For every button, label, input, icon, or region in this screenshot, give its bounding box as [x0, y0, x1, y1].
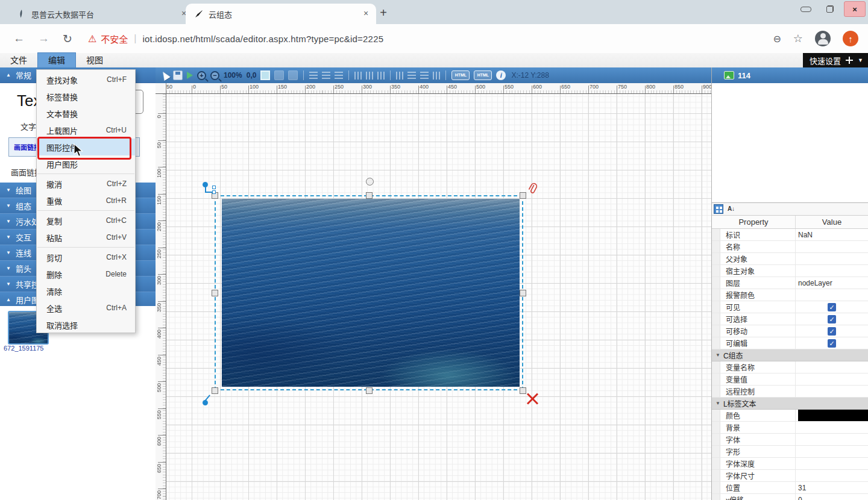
run-icon[interactable] [187, 72, 193, 79]
property-value[interactable]: 31 [796, 482, 868, 493]
menu-item[interactable]: 清除 [37, 283, 135, 299]
property-row[interactable]: 位置31 [712, 482, 868, 494]
property-row[interactable]: 名称 [712, 241, 868, 253]
canvas-settings-icon[interactable] [260, 70, 270, 80]
property-value[interactable] [796, 361, 868, 373]
save-icon[interactable] [173, 70, 183, 80]
browser-update-button[interactable]: ↑ [843, 31, 858, 46]
select-cursor-icon[interactable] [160, 70, 171, 81]
align-top-icon[interactable] [354, 72, 362, 80]
resize-handle-e[interactable] [520, 290, 526, 296]
property-row[interactable]: 可选择✓ [712, 313, 868, 325]
menu-edit[interactable]: 编辑 [37, 52, 76, 68]
property-value[interactable] [796, 386, 868, 397]
property-row[interactable]: 图层nodeLayer [712, 277, 868, 289]
anchor-pin-icon[interactable] [203, 400, 208, 405]
checkbox-checked-icon[interactable]: ✓ [828, 315, 836, 323]
property-section[interactable]: ▼C组态 [712, 349, 868, 361]
delete-node-icon[interactable] [526, 392, 539, 405]
url-text[interactable]: iot.idosp.net/html/scada/editor.aspx.htm… [142, 34, 383, 44]
property-row[interactable]: 可移动✓ [712, 325, 868, 337]
property-value[interactable] [796, 434, 868, 445]
close-window-button[interactable]: × [844, 1, 866, 17]
menu-item[interactable]: 标签替换 [37, 88, 135, 105]
close-tab-icon[interactable]: × [360, 8, 371, 19]
property-value[interactable] [796, 241, 868, 252]
property-value[interactable] [796, 373, 868, 385]
property-row[interactable]: 可见✓ [712, 301, 868, 313]
resize-handle-w[interactable] [212, 290, 218, 296]
property-row[interactable]: 报警颜色 [712, 289, 868, 301]
property-row[interactable]: 字体深度 [712, 458, 868, 470]
anchor-point[interactable] [212, 186, 216, 189]
property-value[interactable] [796, 470, 868, 481]
reload-icon[interactable]: ↻ [63, 32, 72, 46]
rotate-handle[interactable] [366, 178, 374, 186]
new-tab-button[interactable]: + [375, 5, 392, 22]
html-preview-icon[interactable]: HTML [474, 70, 492, 80]
property-value[interactable]: NaN [796, 229, 868, 240]
align-left-icon[interactable] [309, 72, 318, 79]
restore-button[interactable] [820, 2, 840, 16]
same-width-icon[interactable] [396, 72, 403, 80]
resize-handle-sw[interactable] [212, 387, 218, 394]
checkbox-checked-icon[interactable]: ✓ [828, 303, 836, 311]
property-value[interactable]: ✓ [796, 313, 868, 325]
page-zoom-icon[interactable]: ⊖ [773, 33, 781, 45]
property-section[interactable]: ▼L标签文本 [712, 398, 868, 410]
property-row[interactable]: 远程控制 [712, 386, 868, 398]
resize-handle-ne[interactable] [520, 192, 526, 199]
menu-item[interactable]: 重做Ctrl+R [37, 192, 135, 209]
sort-az-icon[interactable]: A↓ [726, 204, 737, 214]
menu-item[interactable]: 全选Ctrl+A [37, 299, 135, 316]
menu-item[interactable]: 取消选择 [37, 316, 135, 333]
property-value[interactable]: ✓ [796, 337, 868, 349]
color-swatch[interactable] [798, 410, 868, 421]
menu-item[interactable]: 删除Delete [37, 266, 135, 283]
property-value[interactable]: 0 [796, 494, 868, 500]
checkbox-checked-icon[interactable]: ✓ [828, 327, 836, 336]
align-right-icon[interactable] [335, 72, 343, 79]
menu-item[interactable]: 上载图片Ctrl+U [37, 122, 135, 139]
quick-settings-bar[interactable]: 快速设置 ▼ [803, 53, 868, 67]
url-field[interactable]: ⚠ 不安全 | iot.idosp.net/html/scada/editor.… [88, 33, 773, 45]
menu-item[interactable]: 文本替换 [37, 105, 135, 122]
align-bottom-icon[interactable] [377, 72, 385, 80]
profile-avatar[interactable] [815, 31, 831, 46]
property-row[interactable]: 字体尺寸 [712, 470, 868, 482]
zoom-out-icon[interactable]: − [210, 71, 219, 80]
security-warning-label[interactable]: 不安全 [101, 33, 128, 45]
resize-handle-s[interactable] [366, 387, 373, 394]
menu-file[interactable]: 文件 [0, 53, 37, 67]
property-value[interactable]: ✓ [796, 325, 868, 337]
property-row[interactable]: x偏移0 [712, 494, 868, 500]
bookmark-star-icon[interactable]: ☆ [793, 32, 803, 45]
property-row[interactable]: 标识NaN [712, 229, 868, 241]
property-value[interactable] [796, 253, 868, 264]
property-row[interactable]: 父对象 [712, 253, 868, 265]
distribute-h-icon[interactable] [420, 72, 429, 79]
property-value[interactable]: nodeLayer [796, 277, 868, 289]
browser-tab-2[interactable]: 云组态 × [186, 4, 376, 24]
menu-item[interactable]: 查找对象Ctrl+F [37, 71, 135, 88]
anchor-point[interactable] [212, 190, 216, 194]
dropdown-icon[interactable]: ▼ [858, 57, 863, 63]
html-export-icon[interactable]: HTML [451, 70, 470, 80]
forward-icon[interactable]: → [38, 32, 49, 45]
categorize-icon[interactable] [714, 204, 723, 214]
property-row[interactable]: 字形 [712, 446, 868, 458]
align-middle-icon[interactable] [366, 72, 373, 80]
resize-handle-n[interactable] [366, 192, 373, 199]
property-value[interactable] [796, 265, 868, 277]
checkbox-checked-icon[interactable]: ✓ [828, 339, 836, 348]
zoom-in-icon[interactable]: + [197, 71, 206, 80]
menu-view[interactable]: 视图 [76, 53, 113, 67]
property-value[interactable] [796, 458, 868, 469]
property-value[interactable] [796, 410, 868, 421]
property-row[interactable]: 变量值 [712, 373, 868, 386]
property-row[interactable]: 可编辑✓ [712, 337, 868, 349]
image-tool-icon[interactable] [274, 70, 284, 80]
menu-item[interactable]: 剪切Ctrl+X [37, 249, 135, 266]
browser-tab-1[interactable]: 思普云大数据平台 × [8, 4, 194, 24]
distribute-v-icon[interactable] [433, 72, 440, 80]
